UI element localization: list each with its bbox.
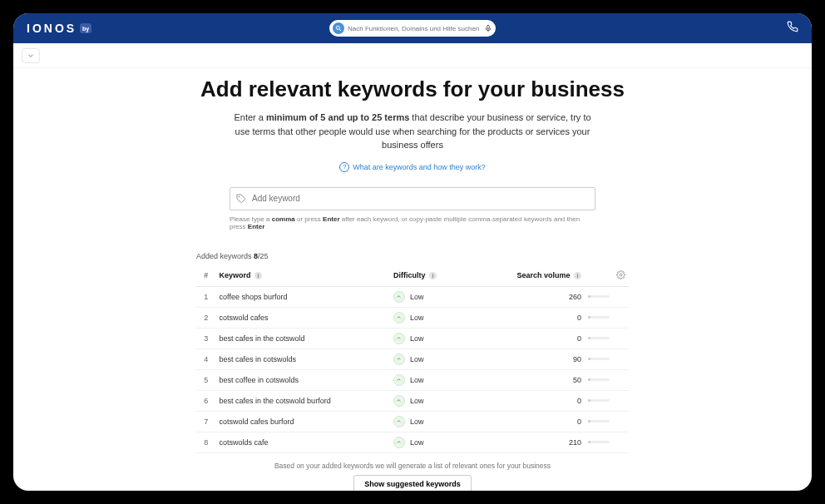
row-difficulty: Low (390, 432, 487, 452)
row-keyword: best coffee in cotswolds (216, 369, 390, 390)
col-header-keyword[interactable]: Keyword i (216, 265, 390, 287)
row-number: 6 (196, 390, 216, 411)
difficulty-low-icon (393, 353, 405, 365)
keyword-input-wrap (230, 187, 595, 210)
row-difficulty: Low (390, 348, 487, 369)
table-row[interactable]: 1coffee shops burfordLow260 (196, 286, 629, 307)
toolbar-expand-button[interactable] (22, 48, 40, 63)
tag-icon (236, 194, 246, 204)
table-row[interactable]: 7cotswold cafes burfordLow0 (196, 411, 629, 432)
table-row[interactable]: 8cotswolds cafeLow210 (196, 432, 629, 452)
col-header-number[interactable]: # (196, 265, 216, 287)
difficulty-low-icon (393, 312, 405, 324)
suggest-hint: Based on your added keywords we will gen… (196, 462, 629, 470)
svg-rect-2 (487, 25, 490, 29)
top-bar: IONOS by (13, 13, 812, 43)
difficulty-low-icon (393, 291, 405, 303)
row-number: 2 (196, 307, 216, 328)
row-keyword: cotswold cafes (216, 307, 390, 328)
row-volume: 260 (487, 286, 585, 307)
row-volume-bar (585, 390, 613, 411)
table-row[interactable]: 2cotswold cafesLow0 (196, 307, 629, 328)
page-title: Add relevant keywords for your business (155, 77, 670, 102)
row-volume-bar (585, 307, 613, 328)
row-volume-bar (585, 369, 613, 390)
row-difficulty: Low (390, 390, 487, 411)
table-row[interactable]: 4best cafes in cotswoldsLow90 (196, 348, 629, 369)
keywords-table: # Keyword i Difficulty i Search volume i… (196, 265, 629, 453)
row-number: 1 (196, 286, 216, 307)
row-volume-bar (585, 348, 613, 369)
page-content: Add relevant keywords for your business … (13, 68, 812, 491)
row-keyword: best cafes in the cotswold burford (216, 390, 390, 411)
mic-icon[interactable] (484, 21, 492, 36)
difficulty-low-icon (393, 437, 405, 448)
page-subtitle: Enter a minimum of 5 and up to 25 terms … (230, 111, 595, 152)
info-icon[interactable]: i (254, 272, 262, 279)
keywords-table-section: Added keywords 8/25 # Keyword i Difficul… (196, 252, 629, 492)
table-row[interactable]: 5best coffee in cotswoldsLow50 (196, 369, 629, 390)
help-link-text: What are keywords and how they work? (353, 163, 486, 171)
row-volume-bar (585, 286, 613, 307)
col-header-difficulty[interactable]: Difficulty i (390, 265, 487, 287)
row-difficulty: Low (390, 307, 487, 328)
help-link[interactable]: ? What are keywords and how they work? (155, 162, 670, 172)
svg-point-0 (336, 26, 339, 29)
svg-line-1 (339, 29, 341, 31)
row-difficulty: Low (390, 328, 487, 348)
brand-logo: IONOS by (27, 22, 91, 35)
question-icon: ? (339, 162, 349, 172)
search-icon (333, 22, 344, 34)
input-help-text: Please type a comma or press Enter after… (230, 215, 595, 230)
row-keyword: cotswold cafes burford (216, 411, 390, 432)
brand-tag: by (80, 23, 91, 33)
row-number: 3 (196, 328, 216, 348)
row-volume: 0 (487, 390, 585, 411)
col-header-volume[interactable]: Search volume i (487, 265, 585, 287)
difficulty-low-icon (393, 333, 405, 344)
table-settings-icon[interactable] (616, 270, 625, 279)
row-number: 4 (196, 348, 216, 369)
row-number: 7 (196, 411, 216, 432)
row-difficulty: Low (390, 369, 487, 390)
difficulty-low-icon (393, 416, 405, 427)
row-volume: 0 (487, 411, 585, 432)
table-row[interactable]: 6best cafes in the cotswold burfordLow0 (196, 390, 629, 411)
row-volume-bar (585, 432, 613, 452)
global-search[interactable] (329, 20, 496, 37)
row-volume-bar (585, 411, 613, 432)
row-difficulty: Low (390, 411, 487, 432)
row-keyword: best cafes in cotswolds (216, 348, 390, 369)
row-volume: 0 (487, 328, 585, 348)
row-difficulty: Low (390, 286, 487, 307)
search-input[interactable] (348, 25, 481, 32)
row-volume: 50 (487, 369, 585, 390)
row-keyword: coffee shops burford (216, 286, 390, 307)
info-icon[interactable]: i (574, 272, 581, 279)
app-frame: IONOS by Add relevant keywords for your … (13, 13, 812, 491)
row-number: 5 (196, 369, 216, 390)
sub-toolbar (13, 43, 812, 68)
added-keywords-count: Added keywords 8/25 (196, 252, 629, 260)
svg-point-5 (620, 274, 622, 276)
row-volume: 90 (487, 348, 585, 369)
row-volume: 210 (487, 432, 585, 452)
info-icon[interactable]: i (429, 272, 437, 279)
keyword-input[interactable] (230, 187, 595, 210)
difficulty-low-icon (393, 395, 405, 407)
row-keyword: cotswolds cafe (216, 432, 390, 452)
svg-point-4 (239, 196, 240, 197)
row-keyword: best cafes in the cotswold (216, 328, 390, 348)
row-number: 8 (196, 432, 216, 452)
difficulty-low-icon (393, 374, 405, 386)
brand-text: IONOS (27, 22, 77, 35)
row-volume: 0 (487, 307, 585, 328)
row-volume-bar (585, 328, 613, 348)
show-suggested-button[interactable]: Show suggested keywords (353, 475, 472, 492)
phone-icon[interactable] (787, 21, 798, 36)
table-row[interactable]: 3best cafes in the cotswoldLow0 (196, 328, 629, 348)
chevron-down-icon (27, 52, 35, 60)
